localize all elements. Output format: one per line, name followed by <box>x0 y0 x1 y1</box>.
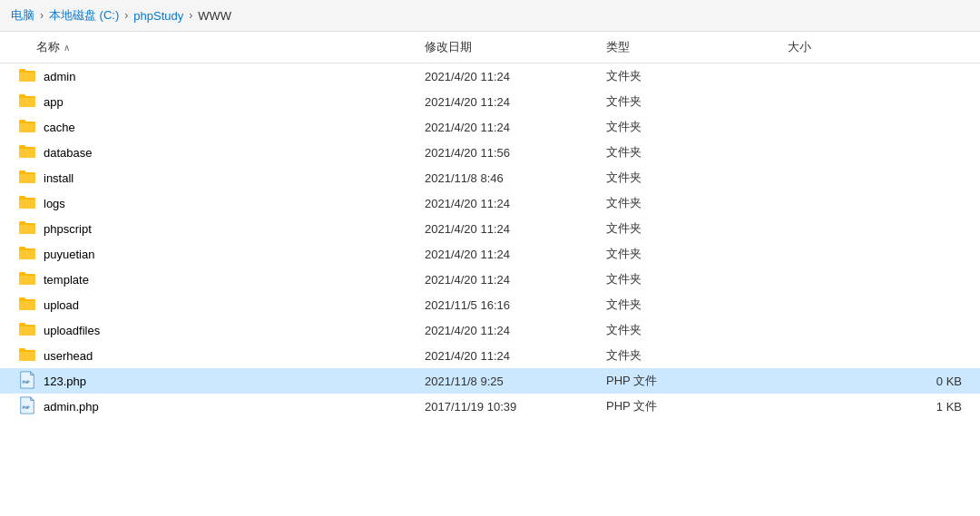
folder-icon <box>18 169 36 187</box>
column-headers: 名称 ∧ 修改日期 类型 大小 <box>0 32 980 63</box>
col-header-date[interactable]: 修改日期 <box>417 35 599 59</box>
list-item[interactable]: logs 2021/4/20 11:24 文件夹 <box>0 190 980 216</box>
file-type: 文件夹 <box>599 295 780 315</box>
file-date: 2021/4/20 11:24 <box>417 68 599 85</box>
file-size <box>780 227 980 230</box>
list-item[interactable]: upload 2021/11/5 16:16 文件夹 <box>0 292 980 317</box>
folder-icon <box>18 219 36 238</box>
file-date: 2021/11/8 8:46 <box>417 170 599 187</box>
file-size <box>780 151 980 154</box>
file-name: app <box>44 95 64 109</box>
file-name: template <box>44 273 89 287</box>
list-item[interactable]: uploadfiles 2021/4/20 11:24 文件夹 <box>0 317 980 343</box>
php-file-icon: PHP <box>18 396 36 417</box>
breadcrumb-c-drive[interactable]: 本地磁盘 (C:) <box>49 7 119 24</box>
file-size <box>780 100 980 103</box>
breadcrumb-computer[interactable]: 电脑 <box>11 7 34 24</box>
file-date: 2021/4/20 11:24 <box>417 246 599 263</box>
file-date: 2021/11/8 9:25 <box>417 373 599 390</box>
list-item[interactable]: PHP 123.php 2021/11/8 9:25 PHP 文件 0 KB <box>0 368 980 394</box>
file-name-cell: install <box>0 169 417 187</box>
list-item[interactable]: userhead 2021/4/20 11:24 文件夹 <box>0 343 980 368</box>
folder-icon <box>18 321 36 339</box>
file-date: 2021/4/20 11:24 <box>417 195 599 212</box>
breadcrumb-phpstudy[interactable]: phpStudy <box>133 9 183 23</box>
file-size <box>780 354 980 357</box>
file-name-cell: app <box>0 92 417 111</box>
list-item[interactable]: phpscript 2021/4/20 11:24 文件夹 <box>0 216 980 241</box>
file-size <box>780 277 980 281</box>
file-date: 2021/4/20 11:56 <box>417 144 599 161</box>
file-name: puyuetian <box>44 248 94 261</box>
file-name: cache <box>44 121 75 134</box>
file-name-cell: uploadfiles <box>0 321 417 339</box>
file-type: 文件夹 <box>599 269 780 289</box>
file-size <box>780 201 980 205</box>
file-type: 文件夹 <box>599 117 780 137</box>
folder-icon <box>18 346 36 365</box>
file-list: admin 2021/4/20 11:24 文件夹 app 2021/4/20 … <box>0 63 980 419</box>
file-size <box>780 252 980 256</box>
file-name: phpscript <box>44 222 92 236</box>
file-size <box>780 176 980 180</box>
list-item[interactable]: database 2021/4/20 11:56 文件夹 <box>0 140 980 165</box>
file-name-cell: userhead <box>0 346 417 365</box>
svg-text:PHP: PHP <box>23 379 30 384</box>
file-name: uploadfiles <box>44 324 100 337</box>
file-name-cell: logs <box>0 194 417 212</box>
list-item[interactable]: install 2021/11/8 8:46 文件夹 <box>0 165 980 190</box>
breadcrumb-sep-2: › <box>124 9 128 22</box>
file-date: 2021/4/20 11:24 <box>417 93 599 111</box>
list-item[interactable]: admin 2021/4/20 11:24 文件夹 <box>0 63 980 89</box>
file-name-cell: puyuetian <box>0 245 417 263</box>
file-name-cell: phpscript <box>0 219 417 238</box>
file-name-cell: PHP 123.php <box>0 371 417 392</box>
col-header-size[interactable]: 大小 <box>780 35 980 59</box>
file-type: 文件夹 <box>599 92 780 112</box>
col-header-name[interactable]: 名称 ∧ <box>0 35 417 59</box>
folder-icon <box>18 194 36 212</box>
file-size <box>780 74 980 78</box>
folder-icon <box>18 296 36 314</box>
file-name: install <box>44 171 74 185</box>
list-item[interactable]: template 2021/4/20 11:24 文件夹 <box>0 267 980 292</box>
file-name-cell: database <box>0 143 417 161</box>
file-name: upload <box>44 298 79 312</box>
svg-text:PHP: PHP <box>23 404 30 409</box>
file-name: userhead <box>44 349 93 363</box>
breadcrumb-sep-3: › <box>189 9 192 22</box>
file-name-cell: template <box>0 270 417 288</box>
file-type: 文件夹 <box>599 168 780 188</box>
list-item[interactable]: app 2021/4/20 11:24 文件夹 <box>0 89 980 114</box>
file-size: 0 KB <box>780 373 980 390</box>
file-name: database <box>44 146 93 160</box>
file-size: 1 KB <box>780 398 980 415</box>
folder-icon <box>18 143 36 161</box>
file-type: PHP 文件 <box>599 371 780 391</box>
folder-icon <box>18 118 36 136</box>
file-size <box>780 328 980 332</box>
file-type: 文件夹 <box>599 346 780 365</box>
file-date: 2017/11/19 10:39 <box>417 398 599 415</box>
file-type: 文件夹 <box>599 66 780 86</box>
sort-arrow-icon: ∧ <box>64 43 70 53</box>
file-date: 2021/4/20 11:24 <box>417 271 599 288</box>
file-type: 文件夹 <box>599 142 780 162</box>
file-name-cell: upload <box>0 296 417 314</box>
file-type: 文件夹 <box>599 219 780 239</box>
file-date: 2021/11/5 16:16 <box>417 297 599 314</box>
list-item[interactable]: PHP admin.php 2017/11/19 10:39 PHP 文件 1 … <box>0 394 980 419</box>
file-type: PHP 文件 <box>599 396 780 416</box>
breadcrumb: 电脑 › 本地磁盘 (C:) › phpStudy › WWW <box>0 0 980 32</box>
list-item[interactable]: puyuetian 2021/4/20 11:24 文件夹 <box>0 241 980 267</box>
php-file-icon: PHP <box>18 371 36 392</box>
folder-icon <box>18 245 36 263</box>
file-name: 123.php <box>44 375 86 388</box>
file-date: 2021/4/20 11:24 <box>417 119 599 136</box>
folder-icon <box>18 67 36 85</box>
file-name-cell: PHP admin.php <box>0 396 417 417</box>
col-header-type[interactable]: 类型 <box>599 35 780 59</box>
file-name: admin.php <box>44 400 99 414</box>
file-type: 文件夹 <box>599 320 780 340</box>
list-item[interactable]: cache 2021/4/20 11:24 文件夹 <box>0 114 980 140</box>
